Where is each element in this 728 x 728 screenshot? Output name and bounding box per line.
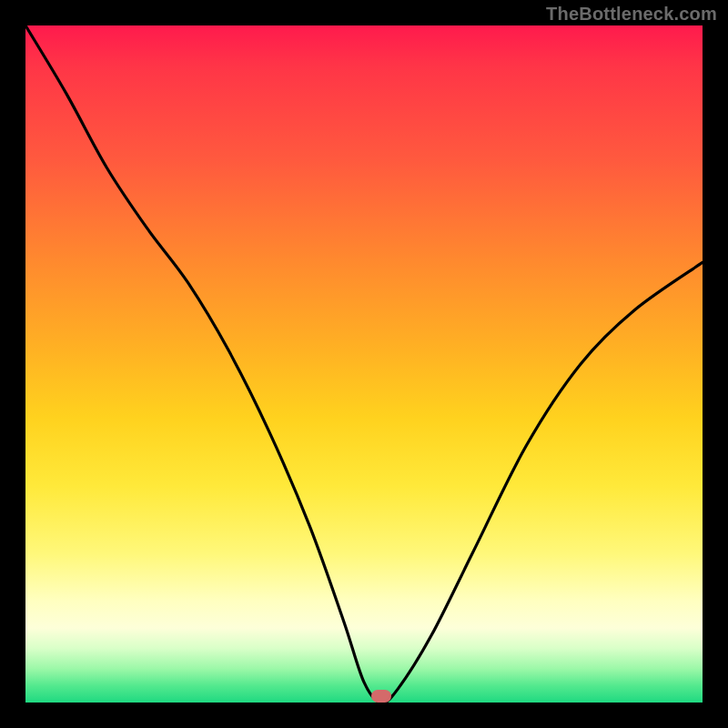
bottleneck-curve [25,25,703,703]
watermark-text: TheBottleneck.com [546,4,717,25]
curve-path [25,25,703,703]
chart-frame: TheBottleneck.com [0,0,728,728]
optimum-marker [371,690,391,703]
plot-area [25,25,703,703]
